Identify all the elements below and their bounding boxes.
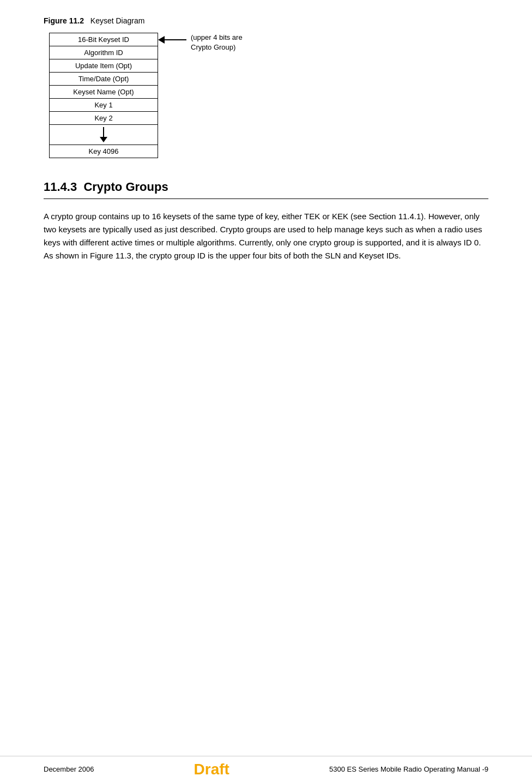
footer-manual-info: 5300 ES Series Mobile Radio Operating Ma… [329, 765, 488, 773]
horizontal-arrow [158, 36, 186, 44]
row-key1: Key 1 [50, 99, 158, 112]
section-heading: 11.4.3 Crypto Groups [44, 180, 488, 194]
row-keyset-name: Keyset Name (Opt) [50, 86, 158, 99]
annotation-area: (upper 4 bits are Crypto Group) [158, 33, 243, 52]
arrow-h-line [165, 39, 186, 40]
arrow-line [103, 127, 104, 137]
row-algorithm-id: Algorithm ID [50, 46, 158, 59]
annotation-text: (upper 4 bits are Crypto Group) [191, 33, 243, 52]
down-arrow-icon [100, 127, 107, 142]
keyset-table: 16-Bit Keyset ID Algorithm ID Update Ite… [49, 33, 158, 158]
arrow-left-head-icon [158, 36, 165, 44]
footer-draft: Draft [194, 761, 229, 778]
figure-title: Keyset Diagram [90, 16, 145, 25]
body-text: A crypto group contains up to 16 keysets… [44, 210, 488, 262]
arrow-row [50, 125, 158, 145]
row-time-date: Time/Date (Opt) [50, 73, 158, 86]
diagram-container: 16-Bit Keyset ID Algorithm ID Update Ite… [49, 33, 488, 158]
arrow-head-icon [100, 137, 107, 142]
row-key4096: Key 4096 [50, 145, 158, 158]
page-content: Figure 11.2 Keyset Diagram 16-Bit Keyset… [0, 0, 532, 306]
section-divider [44, 198, 488, 199]
row-key2: Key 2 [50, 112, 158, 125]
figure-caption: Figure 11.2 Keyset Diagram [44, 16, 488, 25]
row-keyset-id: 16-Bit Keyset ID [50, 33, 158, 46]
figure-label: Figure 11.2 [44, 16, 84, 25]
row-update-item: Update Item (Opt) [50, 59, 158, 73]
footer-date: December 2006 [44, 765, 94, 773]
page-footer: December 2006 Draft 5300 ES Series Mobil… [0, 756, 532, 782]
